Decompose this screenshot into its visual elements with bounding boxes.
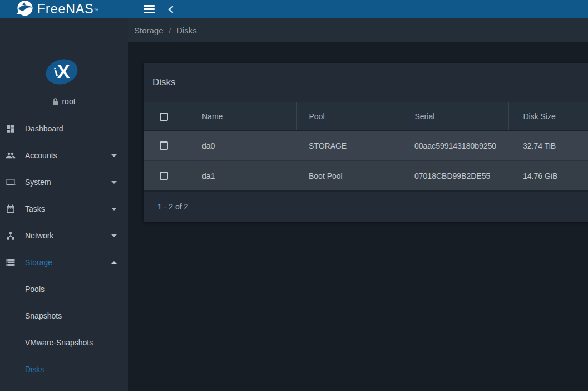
pagination-footer: 1 - 2 of 2: [144, 190, 588, 222]
row-checkbox[interactable]: [160, 141, 168, 150]
column-header-disk-size[interactable]: Disk Size: [508, 102, 588, 131]
cell-disk-size: 14.76 GiB: [508, 161, 588, 191]
calendar-icon: [6, 204, 17, 214]
freenas-brand: FreeNAS™: [15, 0, 99, 18]
chevron-down-icon: [111, 181, 117, 184]
pagination-range: 1 - 2 of 2: [157, 202, 188, 211]
card-title: Disks: [152, 77, 176, 88]
top-bar: FreeNAS™: [0, 0, 588, 18]
lock-icon: [52, 98, 58, 105]
sidebar-item-system[interactable]: System: [0, 169, 128, 195]
storage-icon: [6, 257, 17, 267]
chevron-left-icon: [167, 6, 174, 13]
table-row[interactable]: da0 STORAGE 00aac599143180b9250 32.74 Ti…: [144, 131, 588, 161]
sidebar-nav: Dashboard Accounts System Tasks: [0, 115, 128, 391]
main-content: Storage / Disks Disks Name Pool Serial D…: [128, 18, 588, 391]
collapse-nav-button[interactable]: [164, 0, 178, 18]
breadcrumb-storage[interactable]: Storage: [134, 26, 164, 35]
breadcrumb: Storage / Disks: [128, 18, 588, 42]
sidebar-item-dashboard[interactable]: Dashboard: [0, 115, 128, 142]
sidebar-item-network[interactable]: Network: [0, 222, 128, 249]
breadcrumb-separator: /: [169, 26, 171, 35]
username: root: [62, 97, 75, 106]
people-icon: [6, 150, 17, 160]
sidebar-item-disks[interactable]: Disks: [0, 356, 128, 383]
column-header-name[interactable]: Name: [192, 102, 296, 131]
brand-name: FreeNAS™: [37, 0, 99, 18]
sidebar-item-pools[interactable]: Pools: [0, 276, 128, 302]
cell-name: da1: [192, 161, 296, 191]
cell-serial: 07018CBD99B2DE55: [402, 161, 508, 191]
cell-pool: STORAGE: [296, 131, 402, 161]
column-header-pool[interactable]: Pool: [296, 102, 402, 131]
cell-disk-size: 32.74 TiB: [508, 131, 588, 161]
disks-card: Disks Name Pool Serial Disk Size: [144, 63, 588, 222]
logged-in-user: root: [0, 97, 128, 106]
sidebar-item-tasks[interactable]: Tasks: [0, 195, 128, 222]
table-header-row: Name Pool Serial Disk Size: [144, 102, 588, 131]
sidebar-item-snapshots[interactable]: Snapshots: [0, 302, 128, 329]
storage-submenu: Pools Snapshots VMware-Snapshots Disks I…: [0, 276, 128, 391]
row-checkbox-cell: [144, 131, 192, 161]
cell-pool: Boot Pool: [296, 161, 402, 191]
laptop-icon: [6, 177, 17, 187]
dashboard-icon: [6, 124, 17, 134]
sidebar-item-vmware-snapshots[interactable]: VMware-Snapshots: [0, 329, 128, 356]
breadcrumb-disks[interactable]: Disks: [176, 26, 197, 35]
select-all-cell: [144, 102, 192, 131]
cell-serial: 00aac599143180b9250: [402, 131, 508, 161]
freenas-shark-logo-icon: [15, 0, 34, 18]
chevron-down-icon: [111, 154, 117, 157]
sidebar-item-import-disk[interactable]: Import Disk: [0, 383, 128, 391]
trademark-symbol: ™: [94, 8, 99, 13]
chevron-down-icon: [111, 234, 117, 237]
row-checkbox[interactable]: [160, 172, 168, 180]
sidebar-item-storage[interactable]: Storage: [0, 249, 128, 276]
menu-toggle-button[interactable]: [140, 0, 158, 18]
sidebar-item-accounts[interactable]: Accounts: [0, 142, 128, 169]
disks-table: Name Pool Serial Disk Size da0 STORAGE 0…: [144, 102, 588, 190]
chevron-down-icon: [111, 208, 117, 211]
cell-name: da0: [192, 131, 296, 161]
ix-systems-logo[interactable]: iX: [43, 56, 81, 88]
card-header: Disks: [144, 63, 588, 102]
column-header-serial[interactable]: Serial: [402, 102, 508, 131]
network-hub-icon: [6, 231, 17, 241]
row-checkbox-cell: [144, 161, 192, 191]
sidebar: iX root Dashboard Accounts System: [0, 18, 128, 391]
chevron-up-icon: [111, 261, 117, 264]
table-row[interactable]: da1 Boot Pool 07018CBD99B2DE55 14.76 GiB: [144, 161, 588, 191]
select-all-checkbox[interactable]: [160, 113, 168, 121]
